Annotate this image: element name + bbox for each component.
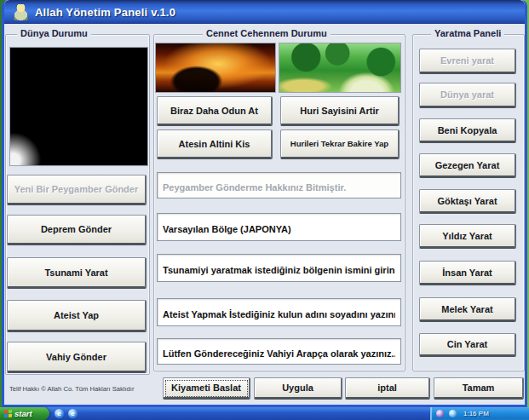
tray-status-icon[interactable] bbox=[436, 410, 444, 417]
send-revelation-button[interactable]: Vahiy Gönder bbox=[7, 342, 147, 373]
create-jinn-button[interactable]: Cin Yarat bbox=[419, 333, 516, 357]
create-tsunami-button[interactable]: Tsunami Yarat bbox=[7, 257, 147, 289]
create-planet-button[interactable]: Gezegen Yarat bbox=[419, 153, 516, 178]
send-new-prophet-button[interactable]: Yeni Bir Peygamber Gönder bbox=[7, 175, 147, 205]
earthquake-region-field[interactable] bbox=[157, 213, 401, 241]
start-apocalypse-button[interactable]: Kiyameti Baslat bbox=[163, 377, 250, 400]
panel-world-title: Dünya Durumu bbox=[17, 28, 91, 38]
tray-status-icon[interactable] bbox=[449, 410, 457, 417]
make-houris-virgin-again-button[interactable]: Hurileri Tekrar Bakire Yap bbox=[280, 129, 400, 159]
panel-creation-title: Yaratma Paneli bbox=[431, 28, 504, 38]
system-tray: 1:16 PM bbox=[430, 407, 529, 420]
earth-image bbox=[9, 47, 148, 166]
hellfire-image bbox=[155, 43, 276, 93]
create-universe-button[interactable]: Evreni yarat bbox=[419, 49, 516, 74]
taskbar-clock[interactable]: 1:16 PM bbox=[463, 410, 489, 417]
panel-heaven-hell-title: Cennet Cehennem Durumu bbox=[203, 28, 331, 38]
desktop: Allah Yönetim Paneli v.1.0 Dünya Durumu … bbox=[0, 0, 529, 420]
turn-down-fire-button[interactable]: Atesin Altini Kis bbox=[157, 129, 273, 159]
internet-explorer-icon[interactable]: e bbox=[55, 409, 64, 418]
start-button-label: start bbox=[14, 409, 32, 418]
create-world-button[interactable]: Dünya yarat bbox=[419, 83, 516, 108]
create-angel-button[interactable]: Melek Yarat bbox=[419, 297, 516, 322]
increase-houri-count-button[interactable]: Huri Sayisini Artir bbox=[280, 96, 400, 126]
make-atheist-button[interactable]: Ateist Yap bbox=[7, 300, 147, 332]
ok-button[interactable]: Tamam bbox=[434, 377, 524, 400]
copyright-text: Telif Hakkı © Allah Co. Tüm Hakları Sakl… bbox=[9, 385, 134, 393]
windows-logo-icon bbox=[4, 410, 12, 418]
create-meteor-button[interactable]: Göktaşı Yarat bbox=[419, 189, 516, 214]
create-human-button[interactable]: İnsan Yarat bbox=[419, 261, 516, 285]
cancel-button[interactable]: iptal bbox=[345, 377, 430, 400]
prophet-quota-field[interactable] bbox=[157, 172, 401, 198]
taskbar: start e e 1:16 PM bbox=[0, 407, 529, 420]
tsunami-region-field[interactable] bbox=[157, 254, 401, 282]
internet-explorer-icon[interactable]: e bbox=[68, 409, 78, 418]
start-button[interactable]: start bbox=[0, 407, 49, 420]
create-star-button[interactable]: Yıldız Yarat bbox=[419, 224, 516, 249]
send-earthquake-button[interactable]: Deprem Gönder bbox=[7, 215, 147, 245]
copy-me-button[interactable]: Beni Kopyala bbox=[419, 118, 516, 143]
revelation-text-field[interactable] bbox=[157, 338, 401, 365]
heaven-garden-image bbox=[279, 43, 401, 93]
atheist-name-field[interactable] bbox=[157, 298, 401, 326]
apply-button[interactable]: Uygula bbox=[254, 377, 342, 400]
add-more-wood-button[interactable]: Biraz Daha Odun At bbox=[157, 96, 273, 126]
